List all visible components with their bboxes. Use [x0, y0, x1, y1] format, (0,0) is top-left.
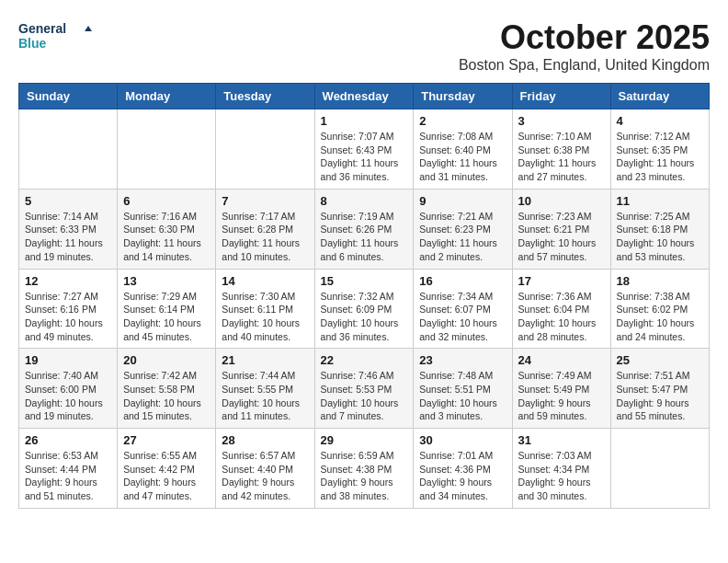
day-number: 9 [419, 194, 506, 208]
day-number: 20 [123, 353, 210, 367]
table-cell: 4Sunrise: 7:12 AM Sunset: 6:35 PM Daylig… [610, 109, 709, 190]
table-cell: 17Sunrise: 7:36 AM Sunset: 6:04 PM Dayli… [512, 269, 610, 349]
header-monday: Monday [118, 84, 216, 109]
day-info: Sunrise: 7:16 AM Sunset: 6:30 PM Dayligh… [123, 210, 210, 264]
day-number: 7 [222, 194, 308, 208]
table-cell: 15Sunrise: 7:32 AM Sunset: 6:09 PM Dayli… [314, 269, 414, 349]
day-info: Sunrise: 7:23 AM Sunset: 6:21 PM Dayligh… [518, 210, 605, 264]
day-number: 11 [617, 194, 703, 208]
week-row-3: 19Sunrise: 7:40 AM Sunset: 6:00 PM Dayli… [19, 349, 710, 429]
title-block: October 2025 Boston Spa, England, United… [459, 18, 710, 74]
table-cell: 24Sunrise: 7:49 AM Sunset: 5:49 PM Dayli… [512, 349, 610, 429]
day-info: Sunrise: 7:14 AM Sunset: 6:33 PM Dayligh… [25, 210, 111, 264]
day-info: Sunrise: 6:55 AM Sunset: 4:42 PM Dayligh… [123, 449, 210, 503]
day-info: Sunrise: 7:42 AM Sunset: 5:58 PM Dayligh… [123, 369, 210, 423]
day-info: Sunrise: 7:01 AM Sunset: 4:36 PM Dayligh… [419, 449, 506, 503]
day-number: 5 [25, 194, 111, 208]
day-info: Sunrise: 7:38 AM Sunset: 6:02 PM Dayligh… [617, 290, 703, 344]
header-saturday: Saturday [610, 84, 709, 109]
table-cell [118, 109, 216, 190]
day-info: Sunrise: 7:27 AM Sunset: 6:16 PM Dayligh… [25, 290, 111, 344]
table-cell: 27Sunrise: 6:55 AM Sunset: 4:42 PM Dayli… [118, 429, 216, 509]
day-number: 13 [123, 274, 210, 288]
table-cell: 21Sunrise: 7:44 AM Sunset: 5:55 PM Dayli… [216, 349, 314, 429]
day-number: 25 [617, 353, 703, 367]
logo-svg: General Blue [18, 18, 92, 55]
table-cell: 3Sunrise: 7:10 AM Sunset: 6:38 PM Daylig… [512, 109, 610, 190]
table-cell: 14Sunrise: 7:30 AM Sunset: 6:11 PM Dayli… [216, 269, 314, 349]
month-title: October 2025 [459, 18, 710, 57]
calendar-header-row: Sunday Monday Tuesday Wednesday Thursday… [19, 84, 710, 109]
day-info: Sunrise: 7:17 AM Sunset: 6:28 PM Dayligh… [222, 210, 308, 264]
table-cell: 8Sunrise: 7:19 AM Sunset: 6:26 PM Daylig… [314, 189, 414, 269]
header-sunday: Sunday [19, 84, 118, 109]
day-number: 24 [518, 353, 605, 367]
day-number: 26 [25, 433, 111, 447]
day-info: Sunrise: 7:08 AM Sunset: 6:40 PM Dayligh… [419, 130, 506, 184]
day-number: 21 [222, 353, 308, 367]
table-cell [216, 109, 314, 190]
table-cell: 10Sunrise: 7:23 AM Sunset: 6:21 PM Dayli… [512, 189, 610, 269]
day-info: Sunrise: 7:36 AM Sunset: 6:04 PM Dayligh… [518, 290, 605, 344]
day-info: Sunrise: 6:53 AM Sunset: 4:44 PM Dayligh… [25, 449, 111, 503]
day-number: 27 [123, 433, 210, 447]
day-number: 2 [419, 114, 506, 128]
week-row-4: 26Sunrise: 6:53 AM Sunset: 4:44 PM Dayli… [19, 429, 710, 509]
day-number: 19 [25, 353, 111, 367]
calendar-table: Sunday Monday Tuesday Wednesday Thursday… [18, 83, 710, 509]
day-number: 22 [321, 353, 408, 367]
day-info: Sunrise: 7:46 AM Sunset: 5:53 PM Dayligh… [321, 369, 408, 423]
table-cell: 16Sunrise: 7:34 AM Sunset: 6:07 PM Dayli… [414, 269, 512, 349]
day-info: Sunrise: 7:25 AM Sunset: 6:18 PM Dayligh… [617, 210, 703, 264]
table-cell: 11Sunrise: 7:25 AM Sunset: 6:18 PM Dayli… [610, 189, 709, 269]
day-info: Sunrise: 7:51 AM Sunset: 5:47 PM Dayligh… [617, 369, 703, 423]
table-cell: 22Sunrise: 7:46 AM Sunset: 5:53 PM Dayli… [314, 349, 414, 429]
week-row-0: 1Sunrise: 7:07 AM Sunset: 6:43 PM Daylig… [19, 109, 710, 190]
page-header: General Blue October 2025 Boston Spa, En… [18, 18, 710, 74]
day-info: Sunrise: 7:30 AM Sunset: 6:11 PM Dayligh… [222, 290, 308, 344]
day-number: 3 [518, 114, 605, 128]
day-info: Sunrise: 7:49 AM Sunset: 5:49 PM Dayligh… [518, 369, 605, 423]
week-row-2: 12Sunrise: 7:27 AM Sunset: 6:16 PM Dayli… [19, 269, 710, 349]
day-info: Sunrise: 6:57 AM Sunset: 4:40 PM Dayligh… [222, 449, 308, 503]
table-cell: 29Sunrise: 6:59 AM Sunset: 4:38 PM Dayli… [314, 429, 414, 509]
table-cell: 19Sunrise: 7:40 AM Sunset: 6:00 PM Dayli… [19, 349, 118, 429]
table-cell: 12Sunrise: 7:27 AM Sunset: 6:16 PM Dayli… [19, 269, 118, 349]
day-info: Sunrise: 7:21 AM Sunset: 6:23 PM Dayligh… [419, 210, 506, 264]
table-cell: 13Sunrise: 7:29 AM Sunset: 6:14 PM Dayli… [118, 269, 216, 349]
day-info: Sunrise: 7:48 AM Sunset: 5:51 PM Dayligh… [419, 369, 506, 423]
table-cell: 28Sunrise: 6:57 AM Sunset: 4:40 PM Dayli… [216, 429, 314, 509]
day-info: Sunrise: 7:03 AM Sunset: 4:34 PM Dayligh… [518, 449, 605, 503]
table-cell: 6Sunrise: 7:16 AM Sunset: 6:30 PM Daylig… [118, 189, 216, 269]
table-cell: 1Sunrise: 7:07 AM Sunset: 6:43 PM Daylig… [314, 109, 414, 190]
day-number: 28 [222, 433, 308, 447]
table-cell: 20Sunrise: 7:42 AM Sunset: 5:58 PM Dayli… [118, 349, 216, 429]
table-cell: 23Sunrise: 7:48 AM Sunset: 5:51 PM Dayli… [414, 349, 512, 429]
table-cell: 26Sunrise: 6:53 AM Sunset: 4:44 PM Dayli… [19, 429, 118, 509]
day-info: Sunrise: 7:10 AM Sunset: 6:38 PM Dayligh… [518, 130, 605, 184]
svg-marker-3 [85, 26, 92, 31]
day-number: 4 [617, 114, 703, 128]
day-number: 31 [518, 433, 605, 447]
day-info: Sunrise: 7:40 AM Sunset: 6:00 PM Dayligh… [25, 369, 111, 423]
header-friday: Friday [512, 84, 610, 109]
day-number: 18 [617, 274, 703, 288]
svg-text:General: General [18, 21, 66, 36]
day-number: 10 [518, 194, 605, 208]
day-number: 1 [321, 114, 408, 128]
table-cell: 31Sunrise: 7:03 AM Sunset: 4:34 PM Dayli… [512, 429, 610, 509]
day-number: 14 [222, 274, 308, 288]
table-cell [610, 429, 709, 509]
day-info: Sunrise: 7:32 AM Sunset: 6:09 PM Dayligh… [321, 290, 408, 344]
day-number: 16 [419, 274, 506, 288]
table-cell: 2Sunrise: 7:08 AM Sunset: 6:40 PM Daylig… [414, 109, 512, 190]
table-cell: 25Sunrise: 7:51 AM Sunset: 5:47 PM Dayli… [610, 349, 709, 429]
day-number: 8 [321, 194, 408, 208]
day-number: 15 [321, 274, 408, 288]
day-info: Sunrise: 7:07 AM Sunset: 6:43 PM Dayligh… [321, 130, 408, 184]
day-info: Sunrise: 7:29 AM Sunset: 6:14 PM Dayligh… [123, 290, 210, 344]
table-cell: 30Sunrise: 7:01 AM Sunset: 4:36 PM Dayli… [414, 429, 512, 509]
day-number: 23 [419, 353, 506, 367]
day-info: Sunrise: 6:59 AM Sunset: 4:38 PM Dayligh… [321, 449, 408, 503]
week-row-1: 5Sunrise: 7:14 AM Sunset: 6:33 PM Daylig… [19, 189, 710, 269]
